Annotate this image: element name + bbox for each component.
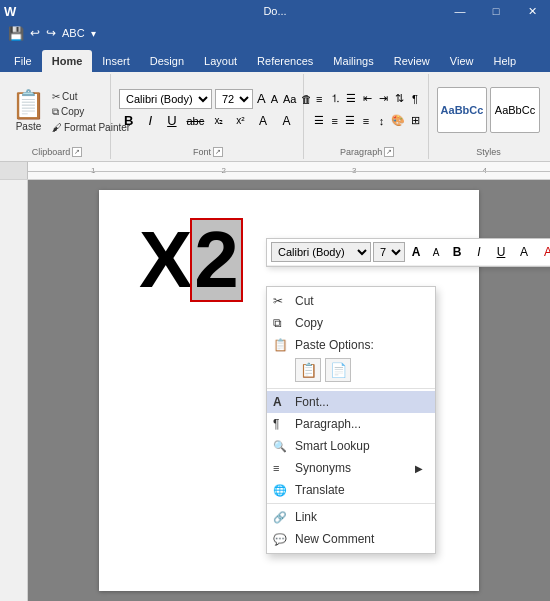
context-menu-divider-1 bbox=[267, 388, 435, 389]
minimize-button[interactable]: — bbox=[442, 0, 478, 22]
context-menu-cut[interactable]: ✂ Cut bbox=[267, 290, 435, 312]
decrease-indent-button[interactable]: ⇤ bbox=[360, 89, 374, 109]
context-menu-new-comment[interactable]: 💬 New Comment bbox=[267, 528, 435, 550]
shading-button[interactable]: 🎨 bbox=[390, 111, 406, 131]
context-menu-smart-lookup[interactable]: 🔍 Smart Lookup bbox=[267, 435, 435, 457]
tab-help[interactable]: Help bbox=[483, 50, 526, 72]
copy-icon: ⧉ bbox=[52, 106, 59, 118]
paste-button[interactable]: 📋 Paste bbox=[10, 83, 47, 137]
numbering-button[interactable]: ⒈ bbox=[328, 89, 342, 109]
tab-insert[interactable]: Insert bbox=[92, 50, 140, 72]
mini-bold-button[interactable]: B bbox=[447, 243, 467, 261]
context-menu-paragraph[interactable]: ¶ Paragraph... bbox=[267, 413, 435, 435]
mini-highlight-button[interactable]: A bbox=[513, 243, 535, 261]
smart-lookup-ctx-icon: 🔍 bbox=[273, 440, 287, 453]
format-painter-icon: 🖌 bbox=[52, 122, 62, 133]
font-expand-icon[interactable]: ↗ bbox=[213, 147, 223, 157]
italic-button[interactable]: I bbox=[141, 111, 161, 131]
save-qa-button[interactable]: 💾 bbox=[6, 26, 26, 41]
synonyms-ctx-icon: ≡ bbox=[273, 462, 279, 474]
copy-ctx-icon: ⧉ bbox=[273, 316, 282, 330]
tab-references[interactable]: References bbox=[247, 50, 323, 72]
font-group-label: Font ↗ bbox=[113, 147, 303, 157]
font-ctx-icon: A bbox=[273, 395, 282, 409]
mini-font-color-button[interactable]: A bbox=[537, 243, 550, 261]
link-ctx-icon: 🔗 bbox=[273, 511, 287, 524]
translate-ctx-icon: 🌐 bbox=[273, 484, 287, 497]
clipboard-group-label: Clipboard ↗ bbox=[4, 147, 110, 157]
left-margin-bar bbox=[0, 180, 28, 601]
context-menu-link[interactable]: 🔗 Link bbox=[267, 506, 435, 528]
styles-gallery[interactable]: AaBbCc AaBbCc bbox=[437, 87, 540, 133]
mini-font-select[interactable]: Calibri (Body) bbox=[271, 242, 371, 262]
context-menu-paste-icons: 📋 📄 bbox=[267, 356, 435, 386]
sort-button[interactable]: ⇅ bbox=[392, 89, 406, 109]
align-left-button[interactable]: ☰ bbox=[312, 111, 326, 131]
mini-shrink-button[interactable]: A bbox=[427, 243, 445, 261]
multilevel-button[interactable]: ☰ bbox=[344, 89, 358, 109]
paste-label: Paste bbox=[16, 121, 42, 132]
paragraph-expand-icon[interactable]: ↗ bbox=[384, 147, 394, 157]
align-center-button[interactable]: ≡ bbox=[328, 111, 342, 131]
new-comment-ctx-icon: 💬 bbox=[273, 533, 287, 546]
paragraph-ctx-icon: ¶ bbox=[273, 417, 279, 431]
context-menu-divider-2 bbox=[267, 503, 435, 504]
tab-mailings[interactable]: Mailings bbox=[323, 50, 383, 72]
ruler-margin-left bbox=[0, 162, 28, 179]
highlight-button[interactable]: A bbox=[252, 111, 274, 131]
title-bar-title: Do... bbox=[263, 5, 286, 17]
bold-button[interactable]: B bbox=[119, 111, 139, 131]
word-icon: W bbox=[4, 4, 16, 19]
border-button[interactable]: ⊞ bbox=[408, 111, 422, 131]
show-formatting-button[interactable]: ¶ bbox=[408, 89, 422, 109]
paste-ctx-icon: 📋 bbox=[273, 338, 288, 352]
tab-file[interactable]: File bbox=[4, 50, 42, 72]
qa-dropdown-button[interactable]: ▾ bbox=[89, 28, 98, 39]
align-right-button[interactable]: ☰ bbox=[344, 111, 358, 131]
line-spacing-button[interactable]: ↕ bbox=[375, 111, 389, 131]
strikethrough-button[interactable]: abc bbox=[184, 111, 207, 131]
cut-ctx-icon: ✂ bbox=[273, 294, 283, 308]
close-button[interactable]: ✕ bbox=[514, 0, 550, 22]
increase-indent-button[interactable]: ⇥ bbox=[376, 89, 390, 109]
font-size-select[interactable]: 72 bbox=[215, 89, 253, 109]
superscript-button[interactable]: x² bbox=[231, 111, 251, 131]
maximize-button[interactable]: □ bbox=[478, 0, 514, 22]
selected-char: 2 bbox=[192, 220, 241, 300]
change-case-button[interactable]: Aa bbox=[282, 90, 297, 108]
x-letter: X bbox=[139, 220, 192, 300]
mini-size-select[interactable]: 72 bbox=[373, 242, 405, 262]
paste-merge-format-button[interactable]: 📄 bbox=[325, 358, 351, 382]
context-menu-font[interactable]: A Font... bbox=[267, 391, 435, 413]
font-name-select[interactable]: Calibri (Body) bbox=[119, 89, 212, 109]
undo-qa-button[interactable]: ↩ bbox=[28, 26, 42, 40]
tab-review[interactable]: Review bbox=[384, 50, 440, 72]
paste-icon: 📋 bbox=[11, 88, 46, 121]
tab-layout[interactable]: Layout bbox=[194, 50, 247, 72]
tab-home[interactable]: Home bbox=[42, 50, 93, 72]
mini-underline-button[interactable]: U bbox=[491, 243, 511, 261]
spellcheck-qa-button[interactable]: ABC bbox=[60, 27, 87, 39]
context-menu: ✂ Cut ⧉ Copy 📋 Paste Options: 📋 📄 A Font… bbox=[266, 286, 436, 554]
bullets-button[interactable]: ≡ bbox=[312, 89, 326, 109]
mini-toolbar: Calibri (Body) 72 A A B I U A A Styles bbox=[266, 238, 550, 267]
underline-button[interactable]: U bbox=[162, 111, 182, 131]
justify-button[interactable]: ≡ bbox=[359, 111, 373, 131]
tab-design[interactable]: Design bbox=[140, 50, 194, 72]
clipboard-expand-icon[interactable]: ↗ bbox=[72, 147, 82, 157]
context-menu-synonyms[interactable]: ≡ Synonyms ▶ bbox=[267, 457, 435, 479]
font-color-button[interactable]: A bbox=[276, 111, 298, 131]
paste-keep-source-button[interactable]: 📋 bbox=[295, 358, 321, 382]
document-scroll-area[interactable]: X 2 Calibri (Body) 72 A A B I U A A bbox=[28, 180, 550, 601]
ruler-bar: 1234 bbox=[28, 164, 550, 178]
redo-qa-button[interactable]: ↪ bbox=[44, 26, 58, 40]
font-decrease-button[interactable]: A bbox=[270, 90, 279, 108]
context-menu-translate[interactable]: 🌐 Translate bbox=[267, 479, 435, 501]
mini-italic-button[interactable]: I bbox=[469, 243, 489, 261]
tab-view[interactable]: View bbox=[440, 50, 484, 72]
subscript-button[interactable]: x₂ bbox=[209, 111, 229, 131]
mini-grow-button[interactable]: A bbox=[407, 243, 425, 261]
font-increase-button[interactable]: A bbox=[256, 90, 267, 108]
context-menu-copy[interactable]: ⧉ Copy bbox=[267, 312, 435, 334]
ribbon-group-font: Calibri (Body) 72 A A Aa 🗑 B I U abc x₂ … bbox=[113, 74, 304, 159]
